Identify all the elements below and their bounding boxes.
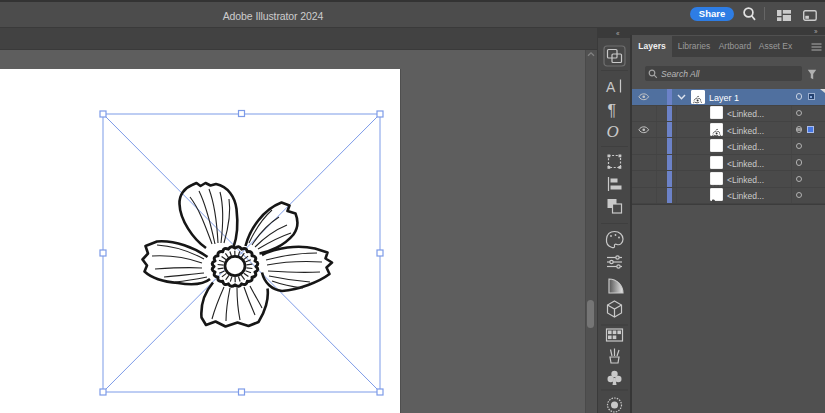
svg-text:O: O xyxy=(607,122,619,141)
svg-text:¶: ¶ xyxy=(608,102,617,119)
svg-text:A: A xyxy=(606,79,616,95)
